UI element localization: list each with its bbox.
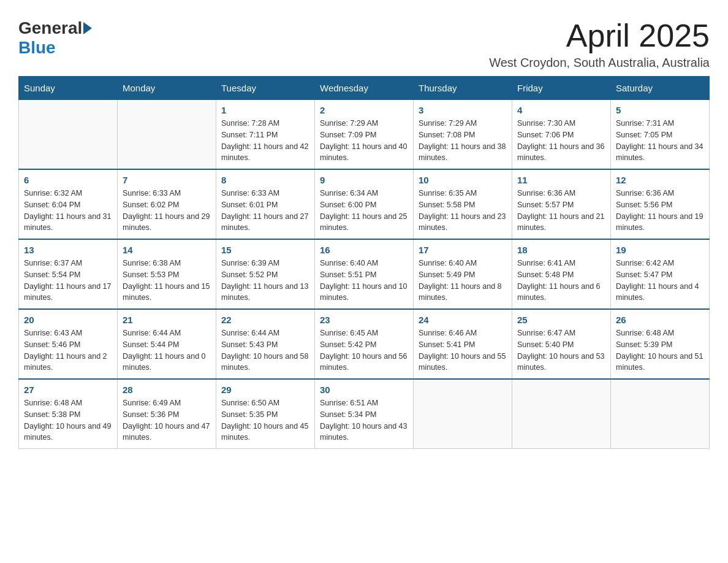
calendar-day-cell: 21Sunrise: 6:44 AMSunset: 5:44 PMDayligh… [118,309,216,379]
day-info: Sunrise: 6:42 AMSunset: 5:47 PMDaylight:… [616,258,704,304]
calendar-day-cell: 25Sunrise: 6:47 AMSunset: 5:40 PMDayligh… [512,309,611,379]
day-info: Sunrise: 6:34 AMSunset: 6:00 PMDaylight:… [320,188,408,234]
day-info: Sunrise: 7:29 AMSunset: 7:08 PMDaylight:… [419,118,507,164]
calendar-day-cell: 2Sunrise: 7:29 AMSunset: 7:09 PMDaylight… [315,100,414,170]
day-info: Sunrise: 6:37 AMSunset: 5:54 PMDaylight:… [24,258,112,304]
day-number: 15 [221,245,309,255]
calendar-week-row: 13Sunrise: 6:37 AMSunset: 5:54 PMDayligh… [19,239,710,309]
day-info: Sunrise: 6:35 AMSunset: 5:58 PMDaylight:… [419,188,507,234]
calendar-day-cell: 8Sunrise: 6:33 AMSunset: 6:01 PMDaylight… [216,169,315,239]
day-number: 5 [616,105,704,115]
calendar-day-cell: 6Sunrise: 6:32 AMSunset: 6:04 PMDaylight… [19,169,118,239]
day-number: 11 [517,175,605,185]
day-info: Sunrise: 6:38 AMSunset: 5:53 PMDaylight:… [123,258,211,304]
weekday-header-monday: Monday [118,77,216,100]
day-info: Sunrise: 6:40 AMSunset: 5:51 PMDaylight:… [320,258,408,304]
day-info: Sunrise: 6:33 AMSunset: 6:01 PMDaylight:… [221,188,309,234]
calendar-day-cell: 19Sunrise: 6:42 AMSunset: 5:47 PMDayligh… [611,239,710,309]
location-subtitle: West Croydon, South Australia, Australia [489,56,710,70]
weekday-header-tuesday: Tuesday [216,77,315,100]
calendar-day-cell: 7Sunrise: 6:33 AMSunset: 6:02 PMDaylight… [118,169,216,239]
logo-arrow-icon [83,22,92,34]
day-number: 21 [123,315,211,325]
calendar-day-cell: 20Sunrise: 6:43 AMSunset: 5:46 PMDayligh… [19,309,118,379]
day-number: 2 [320,105,408,115]
day-info: Sunrise: 6:44 AMSunset: 5:43 PMDaylight:… [221,327,309,373]
day-number: 20 [24,315,112,325]
calendar-day-cell: 29Sunrise: 6:50 AMSunset: 5:35 PMDayligh… [216,379,315,449]
day-number: 6 [24,175,112,185]
day-number: 25 [517,315,605,325]
calendar-day-cell: 27Sunrise: 6:48 AMSunset: 5:38 PMDayligh… [19,379,118,449]
day-number: 23 [320,315,408,325]
weekday-header-friday: Friday [512,77,611,100]
calendar-day-cell: 28Sunrise: 6:49 AMSunset: 5:36 PMDayligh… [118,379,216,449]
calendar-day-cell [118,100,216,170]
day-info: Sunrise: 6:50 AMSunset: 5:35 PMDaylight:… [221,397,309,443]
calendar-day-cell [611,379,710,449]
day-info: Sunrise: 6:32 AMSunset: 6:04 PMDaylight:… [24,188,112,234]
day-number: 29 [221,385,309,395]
calendar-day-cell: 23Sunrise: 6:45 AMSunset: 5:42 PMDayligh… [315,309,414,379]
day-info: Sunrise: 6:44 AMSunset: 5:44 PMDaylight:… [123,327,211,373]
calendar-day-cell: 17Sunrise: 6:40 AMSunset: 5:49 PMDayligh… [414,239,512,309]
day-number: 1 [221,105,309,115]
day-info: Sunrise: 7:31 AMSunset: 7:05 PMDaylight:… [616,118,704,164]
day-number: 9 [320,175,408,185]
day-info: Sunrise: 6:48 AMSunset: 5:39 PMDaylight:… [616,327,704,373]
calendar-week-row: 1Sunrise: 7:28 AMSunset: 7:11 PMDaylight… [19,100,710,170]
day-number: 22 [221,315,309,325]
day-info: Sunrise: 6:39 AMSunset: 5:52 PMDaylight:… [221,258,309,304]
day-number: 4 [517,105,605,115]
title-block: April 2025 West Croydon, South Australia… [489,18,710,70]
calendar-day-cell: 13Sunrise: 6:37 AMSunset: 5:54 PMDayligh… [19,239,118,309]
day-info: Sunrise: 6:36 AMSunset: 5:56 PMDaylight:… [616,188,704,234]
month-title: April 2025 [489,18,710,53]
calendar-day-cell: 3Sunrise: 7:29 AMSunset: 7:08 PMDaylight… [414,100,512,170]
calendar-day-cell: 10Sunrise: 6:35 AMSunset: 5:58 PMDayligh… [414,169,512,239]
day-number: 19 [616,245,704,255]
calendar-day-cell: 22Sunrise: 6:44 AMSunset: 5:43 PMDayligh… [216,309,315,379]
calendar-week-row: 20Sunrise: 6:43 AMSunset: 5:46 PMDayligh… [19,309,710,379]
day-info: Sunrise: 6:43 AMSunset: 5:46 PMDaylight:… [24,327,112,373]
calendar-day-cell: 12Sunrise: 6:36 AMSunset: 5:56 PMDayligh… [611,169,710,239]
day-number: 24 [419,315,507,325]
day-info: Sunrise: 6:46 AMSunset: 5:41 PMDaylight:… [419,327,507,373]
day-info: Sunrise: 6:48 AMSunset: 5:38 PMDaylight:… [24,397,112,443]
weekday-header-wednesday: Wednesday [315,77,414,100]
day-info: Sunrise: 7:30 AMSunset: 7:06 PMDaylight:… [517,118,605,164]
day-info: Sunrise: 6:45 AMSunset: 5:42 PMDaylight:… [320,327,408,373]
calendar-day-cell: 1Sunrise: 7:28 AMSunset: 7:11 PMDaylight… [216,100,315,170]
weekday-header-row: SundayMondayTuesdayWednesdayThursdayFrid… [19,77,710,100]
logo-general-text: General [18,18,82,38]
day-info: Sunrise: 6:41 AMSunset: 5:48 PMDaylight:… [517,258,605,304]
day-info: Sunrise: 6:40 AMSunset: 5:49 PMDaylight:… [419,258,507,304]
calendar-day-cell: 15Sunrise: 6:39 AMSunset: 5:52 PMDayligh… [216,239,315,309]
day-number: 12 [616,175,704,185]
calendar-week-row: 6Sunrise: 6:32 AMSunset: 6:04 PMDaylight… [19,169,710,239]
page-header: General Blue April 2025 West Croydon, So… [18,18,710,70]
calendar-day-cell [512,379,611,449]
day-number: 27 [24,385,112,395]
calendar-day-cell: 18Sunrise: 6:41 AMSunset: 5:48 PMDayligh… [512,239,611,309]
day-info: Sunrise: 6:51 AMSunset: 5:34 PMDaylight:… [320,397,408,443]
day-info: Sunrise: 7:28 AMSunset: 7:11 PMDaylight:… [221,118,309,164]
day-number: 3 [419,105,507,115]
calendar-day-cell: 24Sunrise: 6:46 AMSunset: 5:41 PMDayligh… [414,309,512,379]
day-info: Sunrise: 7:29 AMSunset: 7:09 PMDaylight:… [320,118,408,164]
calendar-day-cell: 9Sunrise: 6:34 AMSunset: 6:00 PMDaylight… [315,169,414,239]
calendar-day-cell: 14Sunrise: 6:38 AMSunset: 5:53 PMDayligh… [118,239,216,309]
day-info: Sunrise: 6:49 AMSunset: 5:36 PMDaylight:… [123,397,211,443]
calendar-table: SundayMondayTuesdayWednesdayThursdayFrid… [18,76,710,449]
weekday-header-sunday: Sunday [19,77,118,100]
calendar-day-cell: 4Sunrise: 7:30 AMSunset: 7:06 PMDaylight… [512,100,611,170]
weekday-header-thursday: Thursday [414,77,512,100]
calendar-day-cell [19,100,118,170]
calendar-day-cell: 11Sunrise: 6:36 AMSunset: 5:57 PMDayligh… [512,169,611,239]
day-number: 17 [419,245,507,255]
logo: General Blue [18,18,93,58]
day-number: 26 [616,315,704,325]
calendar-week-row: 27Sunrise: 6:48 AMSunset: 5:38 PMDayligh… [19,379,710,449]
day-number: 28 [123,385,211,395]
calendar-day-cell: 30Sunrise: 6:51 AMSunset: 5:34 PMDayligh… [315,379,414,449]
